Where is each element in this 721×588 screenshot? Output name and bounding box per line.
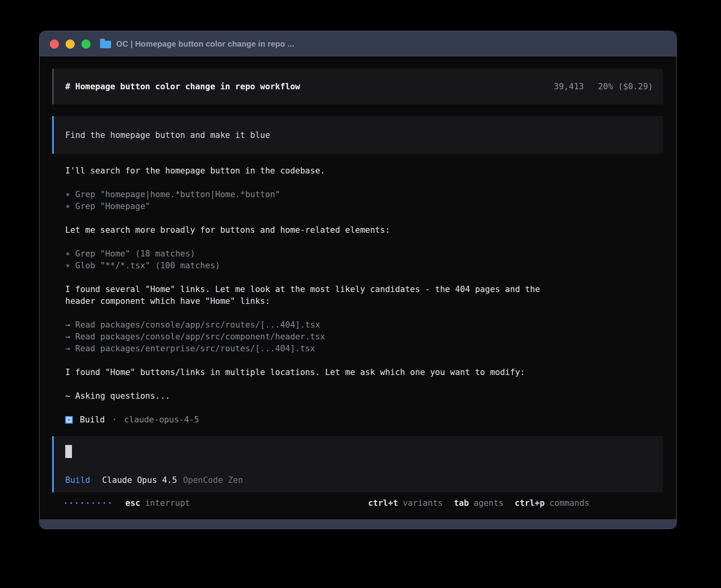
tool-call-line: → Read packages/console/app/src/componen… (65, 331, 663, 343)
tool-call-line: ∗ Glob "**/*.tsx" (100 matches) (65, 260, 663, 271)
spinner-dot (65, 502, 66, 504)
tool-call-block: ∗ Grep "homepage|home.*button|Home.*butt… (65, 188, 663, 212)
footer-hint: escinterrupt (125, 497, 190, 509)
spinner-dot (104, 502, 105, 504)
input-meta: Build Claude Opus 4.5 OpenCode Zen (65, 474, 243, 486)
spinner-dot (81, 502, 83, 504)
spinner-dot (76, 502, 77, 504)
transcript: I'll search for the homepage button in t… (65, 165, 663, 402)
context-cost: 20% ($0.29) (598, 81, 653, 92)
hint-key: ctrl+p (515, 497, 545, 509)
assistant-text-block: I found "Home" buttons/links in multiple… (65, 366, 663, 378)
minimize-button[interactable] (66, 40, 75, 49)
spinner-dot (109, 502, 111, 504)
hint-key: esc (125, 497, 140, 509)
tool-call-block: ∗ Grep "Home" (18 matches)∗ Glob "**/*.t… (65, 248, 663, 271)
tool-call-line: ∗ Grep "Home" (18 matches) (65, 248, 663, 260)
tool-call-line: → Read packages/enterprise/src/routes/[.… (65, 343, 663, 354)
input-provider: OpenCode Zen (183, 474, 243, 486)
agent-separator: · (112, 414, 117, 426)
spinner-dot (70, 502, 72, 504)
hint-label: variants (403, 497, 443, 509)
window-titlebar: OC | Homepage button color change in rep… (40, 31, 676, 57)
input-mode: Build (65, 474, 90, 486)
terminal-content: # Homepage button color change in repo w… (40, 57, 676, 519)
right-hints: ctrl+tvariantstabagentsctrl+pcommands (368, 497, 589, 509)
assistant-text-line: I found "Home" buttons/links in multiple… (65, 366, 663, 378)
spinner-dots (65, 502, 111, 504)
spinner-dot (98, 502, 100, 504)
text-cursor (65, 445, 72, 458)
zoom-button[interactable] (81, 40, 91, 49)
hint-key: ctrl+t (368, 497, 398, 509)
session-stats: 39,413 20% ($0.29) (554, 81, 653, 92)
assistant-text-line: Let me search more broadly for buttons a… (65, 224, 663, 236)
user-message-text: Find the homepage button and make it blu… (65, 129, 270, 141)
spinner-dot (92, 502, 94, 504)
hint-label: agents (474, 497, 504, 509)
tool-call-line: → Read packages/console/app/src/routes/[… (65, 319, 663, 331)
tool-call-line: ∗ Grep "Homepage" (65, 200, 663, 212)
footer-hint: tabagents (454, 497, 504, 509)
status-bar-left: escinterrupt (65, 497, 190, 509)
folder-icon (100, 41, 111, 48)
close-button[interactable] (50, 40, 59, 49)
hint-label: interrupt (145, 497, 190, 509)
window-title: OC | Homepage button color change in rep… (116, 40, 294, 49)
session-header: # Homepage button color change in repo w… (52, 69, 663, 104)
window-bottom-edge (40, 519, 676, 529)
assistant-text-block: I'll search for the homepage button in t… (65, 165, 663, 177)
assistant-text-line: I found several "Home" links. Let me loo… (65, 283, 663, 295)
terminal-window: OC | Homepage button color change in rep… (39, 31, 677, 529)
assistant-text-line: ~ Asking questions... (65, 390, 663, 402)
traffic-lights (50, 40, 91, 49)
prompt-input[interactable]: Build Claude Opus 4.5 OpenCode Zen (52, 436, 663, 492)
footer-hint: ctrl+tvariants (368, 497, 443, 509)
agent-status-row: Build · claude-opus-4-5 (65, 414, 676, 426)
assistant-text-line: header component which have "Home" links… (65, 295, 663, 307)
assistant-text-block: Let me search more broadly for buttons a… (65, 224, 663, 236)
agent-square-icon (65, 416, 73, 424)
assistant-text-block: ~ Asking questions... (65, 390, 663, 402)
assistant-text-line: I'll search for the homepage button in t… (65, 165, 663, 177)
assistant-text-block: I found several "Home" links. Let me loo… (65, 283, 663, 307)
input-model: Claude Opus 4.5 (102, 474, 177, 486)
tool-call-block: → Read packages/console/app/src/routes/[… (65, 319, 663, 354)
screenshot-root: { "titlebar": { "title": "OC | Homepage … (0, 0, 721, 588)
status-bar: escinterrupt ctrl+tvariantstabagentsctrl… (40, 497, 676, 509)
left-hints: escinterrupt (125, 497, 190, 509)
hint-label: commands (549, 497, 589, 509)
token-count: 39,413 (554, 81, 584, 92)
session-title: # Homepage button color change in repo w… (65, 81, 300, 92)
agent-model: claude-opus-4-5 (124, 414, 199, 426)
user-message: Find the homepage button and make it blu… (52, 116, 663, 154)
footer-hint: ctrl+pcommands (515, 497, 589, 509)
spinner-dot (87, 502, 89, 504)
hint-key: tab (454, 497, 469, 509)
agent-name: Build (80, 414, 105, 426)
tool-call-line: ∗ Grep "homepage|home.*button|Home.*butt… (65, 188, 663, 200)
